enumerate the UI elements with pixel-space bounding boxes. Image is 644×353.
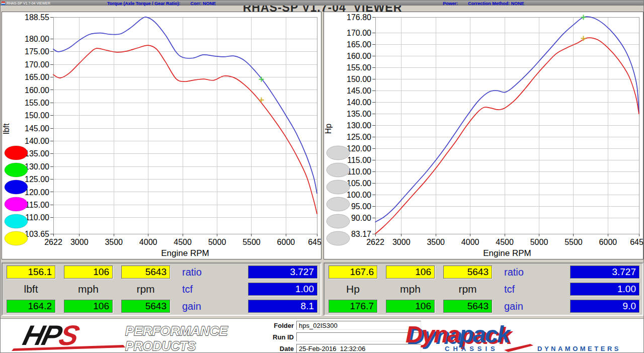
x-tick-label: 4500 [174,238,192,246]
legend-swatch-1[interactable] [5,163,28,177]
y-tick-label: 140.00 [347,98,371,107]
date-label: Date [252,345,296,352]
footer: HPS PERFORMANCE PRODUCTS Folder hps_02IS… [1,318,644,353]
x-tick-label: 4500 [496,238,514,246]
torque-readout-params: ratio 3.727 tcf 1.00 gain 8.1 [170,266,317,313]
svg-text:HPS: HPS [20,320,83,351]
readout-col-speed: 106 mph 106 [64,266,113,313]
power-readout-params: ratio 3.727 tcf 1.00 gain 9.0 [492,266,639,313]
series-run-red [53,45,317,214]
green-value-box: 164.2 [7,300,55,313]
readout-col-torque: 156.1 lbft 164.2 [7,266,55,313]
legend-swatch-0[interactable] [327,146,350,160]
y-tick-label: 120.00 [347,144,371,153]
y-tick-label: 150.00 [25,111,49,120]
cursor-marker [581,15,586,20]
ratio-row: ratio 3.727 [182,266,317,279]
y-tick-label: 145.00 [347,86,371,95]
y-tick-label: 135.00 [347,110,371,118]
y-tick-label: 125.00 [25,175,49,184]
x-tick-label: 2622 [44,238,62,246]
tcf-label: tcf [504,284,570,295]
legend-swatch-2[interactable] [327,180,350,194]
gain-row: gain 8.1 [182,300,317,313]
run-id-input[interactable] [296,332,421,341]
header-strip: RHAS-SP V1.7-04 VIEWER [1,6,644,12]
x-tick-label: 3000 [70,238,89,246]
series-run-red [375,38,639,234]
svg-text:CHASSIS: CHASSIS [445,345,499,352]
ratio-value-box: 3.727 [570,266,639,279]
x-tick-label: 5000 [530,238,548,246]
legend-swatch-4[interactable] [327,214,350,228]
ratio-row: ratio 3.727 [504,266,639,279]
x-tick-label: 3500 [105,238,123,246]
y-tick-label: 150.00 [347,75,371,83]
torque-chart-panel: 188.55180.00175.00170.00165.00160.00155.… [2,12,321,259]
x-tick-label: 2622 [366,238,384,246]
y-tick-label: 103.65 [25,230,49,238]
legend-swatch-5[interactable] [327,231,350,245]
page-title: RHAS-SP V1.7-04 VIEWER [1,6,644,12]
legend-swatch-4[interactable] [5,214,28,228]
x-axis-label: Engine RPM [483,248,531,258]
power-readout-panel: 167.6 Hp 176.7 106 mph 106 5643 rpm 5643… [324,262,643,316]
y-tick-label: 115.00 [25,201,49,209]
unit-label: mph [64,282,113,297]
folder-row: Folder hps_02IS300 [252,321,426,330]
x-tick-label: 6000 [277,238,295,246]
date-row: Date 25-Feb-2016 12:32:06 [252,344,426,353]
legend-swatch-0[interactable] [5,146,28,160]
gain-label: gain [182,301,248,312]
y-tick-label: 170.00 [25,60,49,69]
x-tick-label: 5000 [208,238,226,246]
readout-col-rpm: 5643 rpm 5643 [121,266,170,313]
x-tick-label: 3500 [427,238,445,246]
cursor-marker [259,98,264,103]
y-tick-label: 95.00 [351,202,371,211]
y-tick-label: 176.80 [347,13,371,22]
run-info-fields: Folder hps_02IS300 Run ID Date 25-Feb-20… [252,321,426,353]
y-tick-label: 83.17 [351,230,371,238]
x-tick-label: 5500 [243,238,261,246]
folder-input[interactable]: hps_02IS300 [296,321,421,330]
tcf-label: tcf [182,284,248,295]
legend-swatch-2[interactable] [5,180,28,194]
unit-label: Hp [329,282,377,297]
legend-swatch-3[interactable] [327,197,350,211]
power-chart-panel: 176.80170.00165.00160.00155.00150.00145.… [324,12,643,259]
y-axis-label: Hp [324,124,333,134]
yellow-value-box: 167.6 [329,266,377,279]
torque-chart-header: Torque (Axle Torque / Gear Ratio): Corr:… [2,1,321,6]
power-chart-header: Power: Correction Method: NONE [324,1,643,6]
y-tick-label: 170.00 [347,29,371,37]
power-chart: 176.80170.00165.00160.00155.00150.00145.… [324,12,643,259]
legend-swatch-1[interactable] [327,163,350,177]
legend-swatch-3[interactable] [5,197,28,211]
unit-label: lbft [7,282,55,297]
unit-label: mph [386,282,435,297]
y-tick-label: 120.00 [25,188,49,197]
legend-swatch-5[interactable] [5,231,28,245]
readout-col-rpm: 5643 rpm 5643 [443,266,492,313]
x-tick-label: 3000 [392,238,411,246]
y-tick-label: 115.00 [347,156,371,164]
yellow-value-box: 5643 [121,266,170,279]
torque-readout-panel: 156.1 lbft 164.2 106 mph 106 5643 rpm 56… [2,262,321,316]
x-tick-label: 4000 [139,238,157,246]
x-tick-label: 6000 [599,238,617,246]
gain-label: gain [504,301,570,312]
y-tick-label: 165.00 [347,40,371,49]
readout-col-power: 167.6 Hp 176.7 [329,266,377,313]
gain-row: gain 9.0 [504,300,639,313]
y-tick-label: 175.00 [25,47,49,56]
viewer-window: RHAS-SP V1.7-04 VIEWER RHAS-SP V1.7-04 V… [0,0,644,353]
run-id-label: Run ID [252,333,296,341]
ratio-label: ratio [504,267,570,278]
y-tick-label: 188.55 [25,13,49,22]
y-axis-label: lbft [2,123,11,134]
yellow-value-box: 5643 [443,266,492,279]
y-tick-label: 105.00 [347,179,371,188]
x-tick-label: 5500 [565,238,583,246]
date-input[interactable]: 25-Feb-2016 12:32:06 [296,344,421,353]
